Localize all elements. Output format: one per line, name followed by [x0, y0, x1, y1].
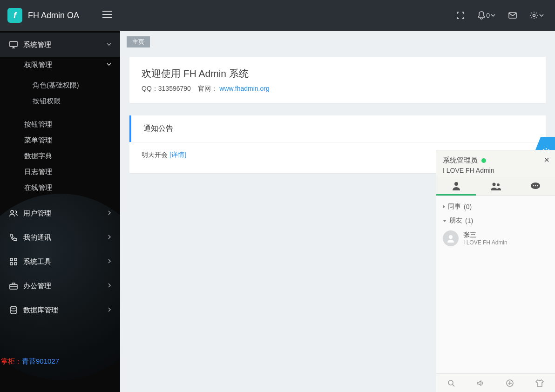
svg-point-3: [11, 210, 14, 213]
nav-label: 日志管理: [24, 168, 52, 176]
person-icon: [451, 181, 461, 190]
nav-system-admin[interactable]: 系统管理: [0, 33, 120, 57]
nav-label: 数据库管理: [23, 306, 107, 315]
breadcrumb: 主页: [127, 36, 150, 47]
fullscreen-icon[interactable]: [456, 11, 465, 20]
svg-point-9: [11, 306, 16, 308]
chat-tab-groups[interactable]: [476, 177, 515, 196]
friend-signature: I LOVE FH Admin: [463, 239, 508, 246]
nav: 系统管理 权限管理 角色(基础权限) 按钮权限 按钮管理 菜单管理 数据字典 日…: [0, 31, 120, 322]
briefcase-icon: [8, 282, 19, 290]
nav-menu-mgmt[interactable]: 菜单管理: [0, 132, 120, 148]
chevron-right-icon: [443, 205, 445, 209]
chevron-right-icon: [107, 210, 112, 217]
nav-my-contacts[interactable]: 我的通讯: [0, 225, 120, 250]
chat-tab-contacts[interactable]: [436, 177, 476, 196]
nav-label: 数据字典: [24, 152, 52, 161]
svg-point-13: [497, 183, 500, 186]
chat-group-colleagues[interactable]: 同事 (0): [436, 200, 555, 214]
chat-sound-icon[interactable]: [476, 379, 485, 387]
group-name: 朋友: [449, 216, 462, 225]
svg-point-18: [449, 235, 453, 239]
qq-label: QQ：: [142, 85, 158, 92]
chevron-right-icon: [107, 306, 112, 314]
notice-heading: 通知公告: [129, 115, 546, 142]
notice-detail-link[interactable]: [详情]: [169, 151, 186, 158]
welcome-title: 欢迎使用 FH Admin 系统: [142, 67, 534, 80]
chevron-right-icon: [107, 234, 112, 241]
nav-button-perm[interactable]: 按钮权限: [0, 93, 120, 109]
svg-rect-8: [10, 284, 17, 289]
footer-right: 青苔901027: [22, 357, 59, 365]
svg-point-1: [533, 14, 535, 17]
brand-logo[interactable]: f: [7, 8, 22, 23]
qq-value: 313596790: [158, 85, 191, 92]
mail-icon[interactable]: [508, 12, 517, 19]
nav-label: 系统工具: [23, 257, 107, 266]
site-link[interactable]: www.fhadmin.org: [219, 85, 269, 92]
nav-system-tools[interactable]: 系统工具: [0, 250, 120, 274]
topbar: f FH Admin OA 0: [0, 0, 555, 31]
notice-text: 明天开会: [142, 151, 168, 158]
breadcrumb-home[interactable]: 主页: [127, 36, 150, 47]
users-icon: [8, 210, 19, 217]
chevron-down-icon: [106, 61, 112, 68]
brand: f FH Admin OA: [0, 8, 120, 23]
chat-add-icon[interactable]: [506, 379, 514, 387]
chat-body: 同事 (0) 朋友 (1) 张三 I LOVE FH Admin: [436, 196, 555, 373]
svg-rect-2: [10, 41, 17, 47]
svg-point-12: [492, 183, 495, 186]
svg-point-16: [535, 185, 535, 186]
chevron-right-icon: [107, 282, 112, 290]
topbar-actions: 0: [120, 11, 555, 20]
chat-group-friends[interactable]: 朋友 (1): [436, 214, 555, 228]
group-count: (0): [464, 203, 472, 210]
chat-tab-messages[interactable]: [515, 177, 555, 196]
nav-online-mgmt[interactable]: 在线管理: [0, 180, 120, 196]
sidebar: 系统管理 权限管理 角色(基础权限) 按钮权限 按钮管理 菜单管理 数据字典 日…: [0, 31, 120, 392]
welcome-meta: QQ：313596790 官网： www.fhadmin.org: [142, 85, 534, 93]
nav-data-dict[interactable]: 数据字典: [0, 148, 120, 164]
database-icon: [8, 306, 19, 314]
sidebar-toggle-icon[interactable]: [102, 11, 112, 20]
nav-label: 角色(基础权限): [33, 81, 79, 90]
nav-log-mgmt[interactable]: 日志管理: [0, 164, 120, 180]
notifications-count: 0: [486, 12, 490, 19]
grid-icon: [8, 258, 19, 265]
nav-label: 权限管理: [24, 61, 106, 69]
svg-point-17: [536, 185, 537, 186]
group-name: 同事: [448, 203, 461, 211]
nav-role-basic-perm[interactable]: 角色(基础权限): [0, 77, 120, 93]
svg-point-11: [454, 182, 458, 186]
nav-label: 系统管理: [23, 41, 106, 49]
chevron-right-icon: [107, 258, 112, 265]
svg-rect-4: [10, 258, 13, 261]
settings-icon[interactable]: [530, 11, 544, 20]
main: 主页 欢迎使用 FH Admin 系统 QQ：313596790 官网： www…: [120, 31, 555, 392]
chat-close-icon[interactable]: ×: [544, 155, 549, 164]
chat-search-icon[interactable]: [447, 379, 455, 387]
chat-header: 系统管理员 × I LOVE FH Admin: [436, 150, 555, 177]
chat-skin-icon[interactable]: [535, 379, 544, 387]
nav-label: 按钮权限: [33, 97, 61, 106]
chat-signature: I LOVE FH Admin: [443, 167, 548, 174]
nav-button-mgmt[interactable]: 按钮管理: [0, 116, 120, 132]
chat-tabs: [436, 177, 555, 196]
chat-bubble-icon: [530, 182, 541, 190]
nav-label: 在线管理: [24, 183, 52, 192]
nav-permission-mgmt[interactable]: 权限管理: [0, 57, 120, 73]
nav-db-mgmt[interactable]: 数据库管理: [0, 298, 120, 322]
chat-panel: 系统管理员 × I LOVE FH Admin: [436, 150, 555, 392]
notifications-icon[interactable]: 0: [478, 11, 495, 20]
nav-user-mgmt[interactable]: 用户管理: [0, 201, 120, 225]
svg-point-19: [448, 380, 453, 385]
people-icon: [490, 182, 502, 191]
group-count: (1): [465, 217, 473, 224]
nav-label: 按钮管理: [24, 120, 52, 129]
nav-office-mgmt[interactable]: 办公管理: [0, 274, 120, 298]
svg-rect-5: [14, 258, 17, 261]
chat-user-row: 系统管理员: [443, 156, 548, 165]
chat-friend-row[interactable]: 张三 I LOVE FH Admin: [436, 228, 555, 249]
site-label: 官网：: [198, 85, 217, 92]
welcome-card: 欢迎使用 FH Admin 系统 QQ：313596790 官网： www.fh…: [129, 57, 546, 103]
